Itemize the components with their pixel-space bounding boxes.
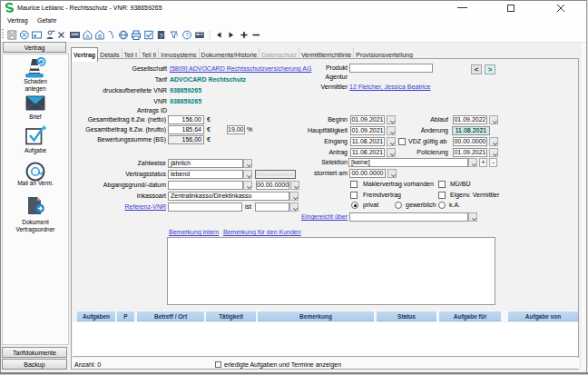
svg-text:?: ? [185, 32, 189, 38]
svg-text:?: ? [175, 33, 178, 38]
svg-text:A: A [85, 34, 89, 39]
svg-text:?: ? [160, 33, 163, 39]
svg-text:B: B [98, 34, 102, 39]
